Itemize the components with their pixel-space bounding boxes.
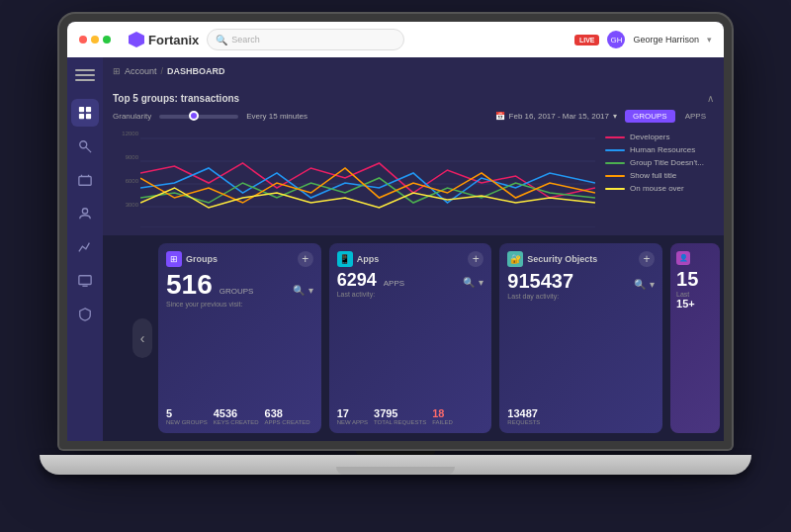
legend-item-hr: Human Resources — [605, 145, 714, 154]
date-range-dropdown[interactable]: ▾ — [613, 112, 617, 121]
window-controls — [79, 36, 111, 44]
security-card-icon: 🔐 — [507, 251, 523, 267]
keys-icon — [78, 139, 92, 153]
sidebar-item-analytics[interactable] — [71, 233, 99, 261]
apps-dropdown-icon[interactable]: ▾ — [479, 277, 483, 288]
groups-add-button[interactable]: + — [298, 251, 313, 267]
groups-stats: 5 NEW GROUPS 4536 KEYS CREATED 638 — [166, 407, 313, 425]
legend-item-group5: On mouse over — [605, 184, 714, 193]
apps-stats: 17 NEW APPS 3795 TOTAL REQUESTS 18 — [337, 407, 484, 425]
search-placeholder: Search — [231, 35, 260, 44]
security-add-button[interactable]: + — [639, 251, 655, 267]
legend-line-developers — [605, 136, 625, 138]
apps-search-icon[interactable]: 🔍 — [463, 277, 475, 288]
cards-row: ‹ ⊞ Groups + — [103, 235, 724, 441]
analytics-icon — [78, 240, 92, 254]
apps-icon — [78, 173, 92, 187]
sidebar-item-dashboard[interactable] — [71, 99, 99, 127]
user-icon — [78, 207, 92, 221]
sidebar-item-apps[interactable] — [71, 166, 99, 194]
topbar: Fortanix 🔍 Search LIVE GH George Harriso… — [67, 22, 724, 57]
card-users-partial: 👤 15 Last 15+ — [670, 243, 720, 433]
legend-label-developers: Developers — [630, 133, 669, 141]
apps-unit: APPS — [384, 279, 404, 288]
card-apps: 📱 Apps + 6294 APPS 🔍 — [329, 243, 492, 433]
laptop-shell: Fortanix 🔍 Search LIVE GH George Harriso… — [30, 14, 761, 518]
date-range[interactable]: 📅 Feb 16, 2017 - Mar 15, 2017 ▾ — [495, 112, 617, 121]
svg-rect-3 — [86, 114, 91, 119]
chart-controls: Granularity Every 15 minutes 📅 Feb 16, 2… — [113, 110, 714, 123]
laptop-base — [40, 455, 751, 475]
nav-prev-arrow[interactable]: ‹ — [132, 318, 152, 358]
stat-apps-created: 638 APPS CREATED — [265, 407, 310, 425]
svg-line-5 — [86, 147, 91, 152]
chart-svg: 01 am 02 am 03 am 04 am 05 am 06 am 07 a… — [140, 129, 595, 227]
users-activity-label: Last — [676, 291, 714, 298]
failed-value: 18 — [432, 407, 453, 419]
legend-item-group4: Show full title — [605, 171, 714, 180]
security-dropdown-icon[interactable]: ▾ — [650, 279, 655, 290]
chart-section: Top 5 groups: transactions ∧ Granularity… — [103, 85, 724, 235]
search-box[interactable]: 🔍 Search — [207, 29, 404, 50]
user-name[interactable]: George Harrison — [633, 35, 699, 44]
chart-tabs: GROUPS APPS — [625, 110, 714, 123]
y-label-9k: 9000 — [113, 154, 140, 160]
legend-line-group3 — [605, 162, 625, 164]
stat-total-requests: 3795 TOTAL REQUESTS — [374, 407, 426, 425]
minimize-dot[interactable] — [91, 36, 99, 44]
card-groups-title-row: ⊞ Groups — [166, 251, 218, 267]
security-count: 915437 — [507, 271, 573, 291]
sidebar-item-monitor[interactable] — [71, 267, 99, 295]
close-dot[interactable] — [79, 36, 87, 44]
sidebar-item-users[interactable] — [71, 200, 99, 227]
y-label-12k: 12000 — [113, 131, 140, 136]
svg-rect-6 — [79, 177, 91, 186]
shield-icon — [78, 308, 92, 321]
slider-thumb — [189, 111, 199, 121]
users-count: 15 — [676, 269, 714, 289]
legend-line-hr — [605, 149, 625, 151]
y-label-6k: 6000 — [113, 178, 140, 184]
sidebar — [67, 57, 103, 441]
user-dropdown-icon[interactable]: ▾ — [707, 35, 712, 44]
card-groups: ⊞ Groups + 516 GROUPS 🔍 — [158, 243, 321, 433]
card-security: 🔐 Security Objects + 915437 🔍 — [499, 243, 662, 433]
card-apps-title-row: 📱 Apps — [337, 251, 380, 267]
chart-body: 12000 9000 6000 3000 — [113, 129, 714, 227]
apps-add-button[interactable]: + — [468, 251, 483, 267]
security-search-icon[interactable]: 🔍 — [634, 279, 646, 290]
sidebar-item-keys[interactable] — [71, 133, 99, 160]
legend-line-group5 — [605, 188, 625, 190]
sidebar-item-security[interactable] — [71, 301, 99, 328]
groups-search-icon[interactable]: 🔍 — [293, 285, 305, 296]
security-activity-label: Last day activity: — [507, 293, 655, 300]
apps-activity-label: Last activity: — [337, 291, 484, 298]
content-area: ⊞ Account / DASHBOARD Top 5 groups: tran… — [103, 57, 724, 441]
stat-requests: 13487 REQUESTS — [507, 407, 540, 425]
new-groups-label: NEW GROUPS — [166, 419, 208, 425]
sidebar-item-menu[interactable] — [71, 65, 99, 93]
total-requests-label: TOTAL REQUESTS — [374, 419, 426, 425]
svg-rect-2 — [79, 114, 84, 119]
maximize-dot[interactable] — [103, 36, 111, 44]
tab-apps[interactable]: APPS — [677, 110, 714, 123]
legend-label-hr: Human Resources — [630, 145, 695, 154]
card-users-header: 👤 — [676, 251, 714, 265]
new-groups-value: 5 — [166, 407, 208, 419]
groups-dropdown-icon[interactable]: ▾ — [308, 285, 313, 296]
chart-area: 12000 9000 6000 3000 — [113, 129, 595, 227]
granularity-slider[interactable] — [159, 115, 238, 119]
svg-point-4 — [80, 141, 87, 148]
legend-item-developers: Developers — [605, 133, 714, 141]
card-security-title: Security Objects — [527, 254, 597, 264]
breadcrumb-current: DASHBOARD — [167, 66, 225, 76]
card-security-header: 🔐 Security Objects + — [507, 251, 655, 267]
granularity-label: Granularity — [113, 112, 151, 121]
live-badge: LIVE — [574, 35, 600, 45]
apps-card-icon: 📱 — [337, 251, 353, 267]
legend-line-group4 — [605, 175, 625, 177]
stat-new-groups: 5 NEW GROUPS — [166, 407, 208, 425]
chart-collapse-icon[interactable]: ∧ — [707, 93, 714, 104]
breadcrumb-separator: / — [161, 66, 164, 76]
tab-groups[interactable]: GROUPS — [625, 110, 675, 123]
